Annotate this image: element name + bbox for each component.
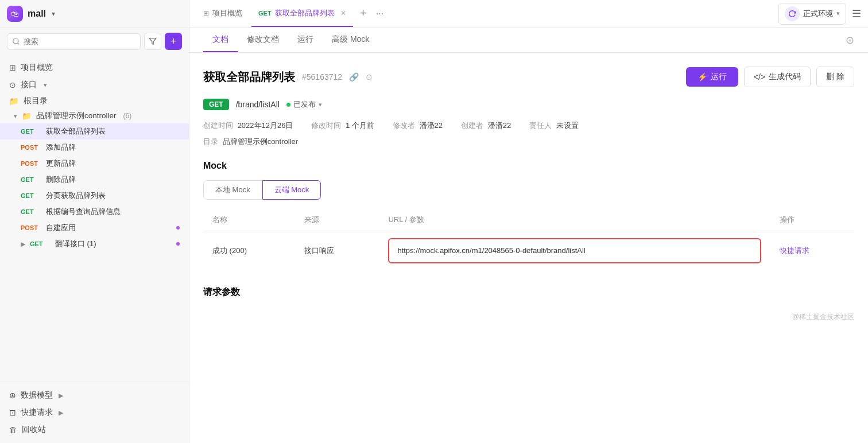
tab-close-icon[interactable]: ✕ — [340, 9, 346, 17]
status-label: 已发布 — [293, 99, 316, 110]
mock-tab-local-label: 本地 Mock — [215, 185, 250, 194]
app-dropdown-icon[interactable]: ▾ — [52, 10, 55, 18]
mock-url-box: https://mock.apifox.cn/m1/2048565-0-defa… — [388, 238, 761, 263]
env-selector[interactable]: 正式环境 ▾ — [778, 3, 846, 25]
mock-section-title: Mock — [203, 161, 854, 171]
method-badge-get: GET — [21, 192, 41, 199]
method-tag: GET — [203, 99, 229, 110]
code-icon: </> — [754, 72, 765, 81]
settings-icon[interactable]: ⊙ — [846, 34, 854, 46]
col-header-url: URL / 参数 — [379, 209, 770, 231]
sidebar-item-post-add-brand[interactable]: POST 添加品牌 — [0, 139, 189, 156]
sidebar-search-row: + — [0, 28, 189, 55]
content-tab-run[interactable]: 运行 — [288, 28, 323, 52]
sidebar-item-get-brand-list[interactable]: GET 获取全部品牌列表 — [0, 123, 189, 139]
share-icon[interactable]: ⊙ — [366, 72, 373, 81]
watermark: @稀土掘金技术社区 — [203, 308, 854, 322]
sidebar-item-get-delete-brand[interactable]: GET 删除品牌 — [0, 172, 189, 188]
table-row: 成功 (200) 接口响应 https://mock.apifox.cn/m1/… — [203, 231, 854, 270]
content-tab-doc[interactable]: 文档 — [203, 28, 238, 52]
sidebar-item-get-brand-by-id[interactable]: GET 根据编号查询品牌信息 — [0, 204, 189, 220]
api-item-label: 获取全部品牌列表 — [46, 126, 106, 137]
run-button[interactable]: ⚡ 运行 — [686, 67, 738, 87]
request-params-section: 请求参数 — [203, 286, 854, 298]
hamburger-menu-icon[interactable]: ☰ — [852, 7, 861, 20]
api-item-label: 翻译接口 (1) — [55, 239, 96, 249]
sidebar-item-post-custom[interactable]: POST 自建应用 — [0, 220, 189, 236]
sidebar-bottom-label: 快捷请求 — [21, 407, 53, 418]
mock-section: Mock 本地 Mock 云端 Mock 名称 来源 URL / 参数 操作 — [203, 161, 854, 270]
sidebar-nav: ⊞ 项目概览 ⊙ 接口 ▾ 📁 根目录 ▾ 📁 品牌管理示例controller… — [0, 55, 189, 382]
method-badge-post: POST — [21, 224, 41, 231]
method-badge-post: POST — [21, 144, 41, 151]
creator-info: 创建者 潘潘22 — [461, 121, 511, 131]
title-actions: ⚡ 运行 </> 生成代码 删 除 — [686, 67, 854, 87]
get-method-tab-icon: GET — [258, 10, 272, 17]
method-badge-get: GET — [30, 240, 51, 247]
api-item-label: 删除品牌 — [46, 174, 76, 185]
dot-indicator — [176, 226, 180, 230]
sidebar-item-get-page-brand[interactable]: GET 分页获取品牌列表 — [0, 188, 189, 204]
content-tab-edit[interactable]: 修改文档 — [238, 28, 288, 52]
grid-icon: ⊞ — [9, 63, 16, 72]
content-tab-mock[interactable]: 高级 Mock — [323, 28, 378, 52]
delete-label: 删 除 — [826, 72, 844, 81]
status-dropdown-icon[interactable]: ▾ — [319, 101, 322, 108]
chevron-right-icon: ▶ — [59, 392, 63, 399]
sidebar-item-recycle[interactable]: 🗑 回收站 — [9, 421, 180, 438]
sidebar-brand-controller-group[interactable]: ▾ 📁 品牌管理示例controller (6) — [0, 108, 189, 123]
content-tab-label: 文档 — [212, 34, 228, 45]
dir-row: 目录 品牌管理示例controller — [203, 137, 854, 147]
chevron-down-icon: ▾ — [44, 81, 47, 89]
sidebar-root-folder[interactable]: 📁 根目录 — [0, 94, 189, 108]
sidebar-item-post-update-brand[interactable]: POST 更新品牌 — [0, 156, 189, 172]
chevron-right-icon: ▶ — [59, 409, 63, 417]
tab-right-actions: 正式环境 ▾ ☰ — [778, 3, 861, 25]
tab-add-button[interactable]: + — [355, 6, 371, 22]
mock-row-name: 成功 (200) — [203, 231, 295, 270]
svg-marker-0 — [149, 38, 156, 45]
add-button[interactable]: + — [165, 33, 182, 50]
quick-request-link[interactable]: 快捷请求 — [780, 246, 809, 255]
filter-button[interactable] — [144, 33, 161, 50]
method-row: GET /brand/listAll 已发布 ▾ — [203, 99, 854, 110]
sidebar-item-get-translate[interactable]: ▶ GET 翻译接口 (1) — [0, 236, 189, 252]
api-item-label: 分页获取品牌列表 — [46, 191, 106, 201]
sidebar-item-project-overview[interactable]: ⊞ 项目概览 — [0, 59, 189, 76]
run-label: 运行 — [711, 72, 727, 82]
mock-row-action: 快捷请求 — [770, 231, 854, 270]
generate-code-button[interactable]: </> 生成代码 — [744, 67, 811, 87]
owner-info: 责任人 未设置 — [529, 121, 579, 131]
mock-tab-local[interactable]: 本地 Mock — [203, 180, 262, 200]
sidebar-item-data-model[interactable]: ⊛ 数据模型 ▶ — [9, 387, 180, 404]
content-tab-right: ⊙ — [846, 34, 854, 46]
search-input[interactable] — [7, 33, 141, 50]
tab-api-active[interactable]: GET 获取全部品牌列表 ✕ — [251, 0, 353, 27]
chevron-down-icon: ▾ — [14, 112, 17, 120]
folder-icon: 📁 — [22, 111, 32, 121]
interface-icon: ⊙ — [9, 80, 16, 90]
generate-code-label: 生成代码 — [769, 72, 801, 82]
mock-row-url-cell: https://mock.apifox.cn/m1/2048565-0-defa… — [379, 231, 770, 270]
sidebar-bottom-label: 回收站 — [22, 425, 46, 435]
tab-more-icon[interactable]: ··· — [376, 9, 383, 19]
sidebar-item-label: 项目概览 — [21, 63, 53, 73]
api-title-row: 获取全部品牌列表 #56163712 🔗 ⊙ ⚡ 运行 </> 生成代码 删 除 — [203, 67, 854, 87]
refresh-icon — [785, 6, 800, 21]
mock-tab-cloud[interactable]: 云端 Mock — [262, 180, 321, 200]
method-badge-get: GET — [21, 128, 41, 135]
env-label: 正式环境 — [803, 9, 833, 19]
api-title: 获取全部品牌列表 — [203, 69, 295, 85]
dir-label: 目录 — [203, 137, 218, 146]
sidebar-item-quick-request[interactable]: ⊡ 快捷请求 ▶ — [9, 404, 180, 421]
sidebar-item-interface[interactable]: ⊙ 接口 ▾ — [0, 76, 189, 94]
tab-project-overview[interactable]: ⊞ 项目概览 — [196, 0, 249, 27]
main-content: ⊞ 项目概览 GET 获取全部品牌列表 ✕ + ··· 正式环境 ▾ ☰ 文档 … — [189, 0, 868, 443]
mock-url-text: https://mock.apifox.cn/m1/2048565-0-defa… — [397, 246, 585, 255]
delete-button[interactable]: 删 除 — [816, 67, 854, 87]
mock-row-source: 接口响应 — [295, 231, 379, 270]
request-params-title: 请求参数 — [203, 286, 854, 298]
api-path: /brand/listAll — [236, 100, 280, 109]
content-area: 获取全部品牌列表 #56163712 🔗 ⊙ ⚡ 运行 </> 生成代码 删 除 — [189, 53, 868, 443]
link-icon[interactable]: 🔗 — [349, 72, 359, 81]
